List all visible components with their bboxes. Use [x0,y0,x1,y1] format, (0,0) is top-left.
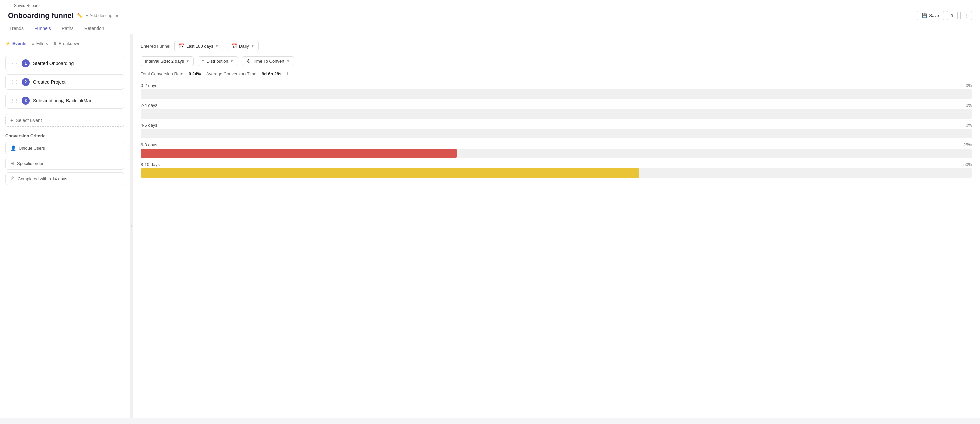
filters-icon: ≡ [32,41,34,46]
criteria-unique-users[interactable]: 👤 Unique Users [5,142,124,154]
sidebar: ⚡ Events ≡ Filters ⇅ Breakdown ⋮⋮ 1 Star… [0,34,130,418]
chart-bar-label: 6-8 days25% [141,142,972,147]
chart-bar-bg [141,89,972,99]
chart-bar-bg [141,109,972,118]
chart-bar-label: 4-6 days0% [141,123,972,128]
page-title: Onboarding funnel [8,11,74,20]
avg-conversion-value: 9d 6h 28s [261,72,281,77]
save-icon: 💾 [922,13,927,18]
criteria-completed-within[interactable]: ⏱ Completed within 14 days [5,172,124,185]
edit-title-icon[interactable]: ✏️ [77,13,83,18]
saved-reports-label: Saved Reports [14,3,40,8]
event-item-2[interactable]: ⋮⋮ 2 Created Project [5,75,124,90]
resize-handle[interactable]: ⋮ [130,34,133,418]
add-event-button[interactable]: + Select Event [5,114,124,126]
main-tabs: Trends Funnels Paths Retention [8,23,972,34]
more-options-button[interactable]: ⋮ [960,11,972,21]
chart-bar-label: 8-10 days50% [141,162,972,167]
back-arrow-icon: ← [8,3,12,8]
chart-bar-bg [141,148,972,158]
sidebar-tab-events[interactable]: ⚡ Events [5,40,27,48]
share-icon: ⇧ [950,13,954,18]
chart-bar-bg [141,129,972,138]
avg-conversion-label: Average Conversion Time [207,72,256,77]
chart-bar-label: 2-4 days0% [141,103,972,108]
event-label-2: Created Project [33,80,65,85]
events-icon: ⚡ [5,41,10,46]
event-label-3: Subscription @ BacklinkMan... [33,98,96,104]
tab-funnels[interactable]: Funnels [33,23,52,34]
time-to-convert-arrow-icon: ▼ [286,59,290,63]
distribution-dropdown[interactable]: ≡ Distribution ▼ [198,56,238,66]
unique-users-icon: 👤 [10,145,16,151]
sidebar-tab-breakdown[interactable]: ⇅ Breakdown [53,40,80,48]
drag-handle-1[interactable]: ⋮⋮ [10,61,18,66]
interval-size-dropdown[interactable]: Interval Size: 2 days ▼ [141,56,194,66]
chart-bar-label: 0-2 days0% [141,83,972,88]
drag-handle-3[interactable]: ⋮⋮ [10,99,18,103]
criteria-list: 👤 Unique Users ⊞ Specific order ⏱ Comple… [5,142,124,185]
time-to-convert-dropdown[interactable]: ⏱ Time To Convert ▼ [242,56,294,66]
total-conversion-value: 0.24% [189,72,201,77]
conversion-criteria-title: Conversion Criteria [5,133,124,138]
calendar-icon: 📅 [179,43,185,49]
tab-trends[interactable]: Trends [8,23,25,34]
save-button[interactable]: 💾 Save [916,11,944,21]
chart-bar-bg [141,168,972,178]
date-range-dropdown[interactable]: 📅 Last 180 days ▼ [175,41,223,51]
chart-controls-row2: Interval Size: 2 days ▼ ≡ Distribution ▼… [141,56,972,66]
chart-area: 0-2 days0%2-4 days0%4-6 days0%6-8 days25… [141,83,972,178]
timer-icon: ⏱ [10,176,15,181]
sidebar-tabs: ⚡ Events ≡ Filters ⇅ Breakdown [5,40,124,50]
distribution-arrow-icon: ▼ [231,59,234,63]
info-icon: ℹ [286,72,288,77]
chart-bar-row: 8-10 days50% [141,162,972,178]
clock-icon: ⏱ [247,59,251,64]
interval-dropdown[interactable]: 📅 Daily ▼ [227,41,259,51]
tab-retention[interactable]: Retention [83,23,106,34]
stats-row: Total Conversion Rate 0.24% Average Conv… [141,72,972,77]
chart-bar-fill [141,168,640,178]
back-to-saved-reports[interactable]: ← Saved Reports [8,3,972,8]
criteria-specific-order[interactable]: ⊞ Specific order [5,157,124,170]
drag-handle-2[interactable]: ⋮⋮ [10,80,18,84]
sidebar-tab-filters[interactable]: ≡ Filters [32,40,48,48]
chart-bar-fill [141,148,457,158]
specific-order-icon: ⊞ [10,161,14,166]
entered-funnel-label: Entered Funnel [141,44,170,49]
more-icon: ⋮ [964,13,968,18]
chart-bar-row: 0-2 days0% [141,83,972,99]
interval-cal-icon: 📅 [231,43,237,49]
chart-panel: Entered Funnel 📅 Last 180 days ▼ 📅 Daily… [133,34,980,418]
share-button[interactable]: ⇧ [947,11,958,21]
breakdown-icon: ⇅ [53,41,57,46]
date-range-arrow-icon: ▼ [215,45,219,48]
distribution-icon: ≡ [202,59,205,64]
event-num-1: 1 [22,59,30,67]
tab-paths[interactable]: Paths [60,23,75,34]
chart-bar-row: 4-6 days0% [141,123,972,138]
interval-arrow-icon: ▼ [251,45,254,48]
total-conversion-label: Total Conversion Rate [141,72,183,77]
event-item-3[interactable]: ⋮⋮ 3 Subscription @ BacklinkMan... [5,93,124,108]
chart-bar-row: 6-8 days25% [141,142,972,158]
event-num-2: 2 [22,78,30,86]
add-description-button[interactable]: + Add description [86,13,119,18]
event-num-3: 3 [22,97,30,105]
event-label-1: Started Onboarding [33,61,74,66]
event-list: ⋮⋮ 1 Started Onboarding ⋮⋮ 2 Created Pro… [5,56,124,108]
interval-size-arrow-icon: ▼ [186,59,189,63]
chart-bar-row: 2-4 days0% [141,103,972,118]
add-event-plus-icon: + [10,118,13,123]
chart-controls-row1: Entered Funnel 📅 Last 180 days ▼ 📅 Daily… [141,41,972,51]
event-item-1[interactable]: ⋮⋮ 1 Started Onboarding [5,56,124,71]
